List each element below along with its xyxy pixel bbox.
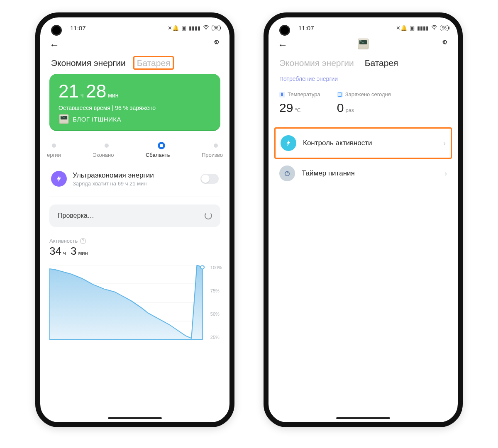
row-power-timer[interactable]: Таймер питания › (278, 159, 449, 188)
svg-point-8 (443, 41, 445, 43)
signal-icon: ▮▮▮▮ (417, 25, 429, 31)
terminal-icon (358, 39, 369, 49)
back-button[interactable]: ← (49, 39, 59, 51)
wifi-icon (431, 25, 437, 31)
tabs: Экономия энергии Батарея (40, 54, 229, 74)
power-icon (279, 166, 295, 181)
svg-point-6 (200, 265, 204, 269)
activity-time: 34ч 3мин (49, 245, 220, 258)
highlight-activity-control: Контроль активности › (274, 127, 452, 159)
divider (49, 197, 220, 197)
chevron-right-icon: › (444, 169, 447, 178)
terminal-icon (59, 114, 68, 124)
status-time: 11:07 (70, 24, 86, 32)
chart-tick: 75% (210, 288, 222, 293)
vibrate-icon: ✕🔔 (168, 25, 179, 31)
help-icon[interactable]: ? (80, 238, 86, 244)
home-indicator[interactable] (336, 417, 390, 419)
sim-icon: ▣ (410, 25, 415, 31)
activity-label: Активность ? (49, 238, 220, 244)
battery-pill: 96 (212, 25, 220, 31)
tab-battery[interactable]: Батарея (365, 58, 398, 68)
spinner-icon (205, 212, 212, 219)
remaining-subtitle: Оставшееся время | 96 % заряжено (59, 105, 211, 111)
highlight-battery-tab: Батарея (133, 56, 174, 70)
calendar-icon (337, 92, 343, 97)
chart-tick: 50% (210, 312, 222, 317)
svg-point-7 (434, 29, 435, 29)
home-indicator[interactable] (108, 417, 162, 419)
slider-dot-selected[interactable] (158, 142, 165, 149)
sim-icon: ▣ (181, 25, 186, 31)
camera-hole (279, 25, 290, 36)
activity-chart: 100% 75% 50% 25% (49, 265, 220, 340)
back-button[interactable]: ← (278, 39, 288, 51)
slider-label: Произво (202, 152, 223, 158)
slider-dot[interactable] (105, 144, 109, 148)
ultra-economy-row[interactable]: Ультраэкономия энергии Заряда хватит на … (49, 165, 220, 192)
status-bar: 11:07 ✕🔔 ▣ ▮▮▮▮ 96 (269, 20, 458, 36)
stat-charged-today: Заряжено сегодня 0раз (337, 91, 391, 115)
slider-dot[interactable] (214, 144, 218, 148)
battery-pill: 96 (440, 25, 449, 31)
ultra-toggle[interactable] (200, 174, 219, 184)
chart-tick: 100% (210, 265, 222, 270)
tab-economy[interactable]: Экономия энергии (279, 58, 354, 68)
slider-label: Эконано (93, 152, 114, 158)
chart-tick: 25% (210, 335, 222, 340)
ultra-title: Ультраэкономия энергии (73, 171, 154, 180)
wifi-icon (203, 25, 209, 31)
chevron-right-icon: › (443, 139, 446, 148)
stat-temperature: Температура 29℃ (279, 91, 320, 115)
section-consumption: Потребление энергии (278, 74, 449, 90)
slider-label: ергии (47, 152, 61, 158)
settings-button[interactable] (439, 39, 449, 50)
tabs: Экономия энергии Батарея (269, 54, 458, 74)
bolt-circle-icon (281, 135, 296, 151)
svg-point-0 (205, 29, 206, 29)
phone-left: 11:07 ✕🔔 ▣ ▮▮▮▮ 96 ← Экономия энергии Ба… (35, 12, 234, 427)
power-mode-slider[interactable]: ергии Эконано Сбаланть Произво (49, 142, 220, 161)
tab-economy[interactable]: Экономия энергии (51, 58, 126, 68)
signal-icon: ▮▮▮▮ (189, 25, 200, 31)
remaining-time-card[interactable]: 21ч 28мин Оставшееся время | 96 % заряже… (49, 74, 220, 130)
nav-row: ← (40, 36, 229, 54)
slider-dot[interactable] (52, 144, 56, 148)
slider-label: Сбаланть (146, 152, 170, 158)
stats-row: Температура 29℃ Заряжено сегодня 0раз (278, 90, 449, 127)
nav-row: ← (269, 36, 458, 54)
status-time: 11:07 (298, 24, 314, 32)
checking-button[interactable]: Проверка… (49, 205, 220, 227)
ultra-subtitle: Заряда хватит на 69 ч 21 мин (73, 180, 154, 187)
lightning-icon (51, 171, 67, 187)
vibrate-icon: ✕🔔 (396, 25, 407, 31)
app-title-icon (358, 39, 369, 51)
phone-right: 11:07 ✕🔔 ▣ ▮▮▮▮ 96 ← Экономия энергии Ба… (264, 12, 463, 427)
row-activity-control[interactable]: Контроль активности › (279, 129, 447, 158)
settings-button[interactable] (211, 39, 220, 50)
brand-overlay: БЛОГ ІТШНИКА (59, 114, 211, 124)
tab-battery[interactable]: Батарея (137, 58, 171, 68)
thermometer-icon (279, 92, 285, 97)
svg-point-1 (215, 41, 217, 43)
remaining-time: 21ч 28мин (59, 82, 211, 100)
status-bar: 11:07 ✕🔔 ▣ ▮▮▮▮ 96 (40, 20, 229, 36)
camera-hole (51, 25, 62, 36)
